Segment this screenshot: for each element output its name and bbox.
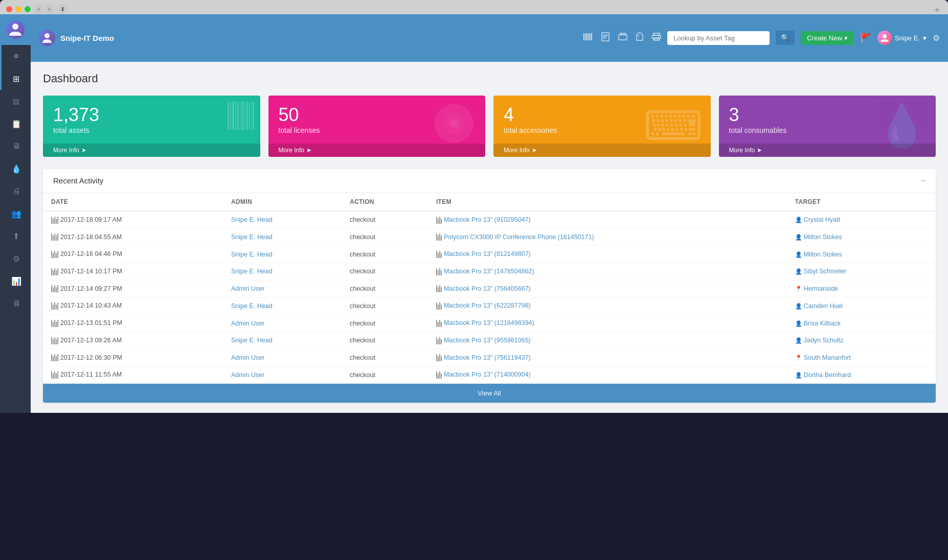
- item-link[interactable]: Macbook Pro 13" (955981065): [444, 337, 531, 344]
- item-link[interactable]: Macbook Pro 13" (622287798): [444, 302, 531, 309]
- target-link[interactable]: 👤Dortha Bernhard: [795, 371, 851, 379]
- target-link[interactable]: 📍South Marianfort: [795, 354, 851, 361]
- svg-rect-3: [585, 33, 585, 40]
- sidebar-item-accessories[interactable]: 🖥: [0, 135, 31, 157]
- cell-target[interactable]: 👤Sibyl Schmeler: [787, 263, 936, 281]
- target-link[interactable]: 👤Milton Stokes: [795, 234, 842, 241]
- cell-target[interactable]: 👤Camden Huel: [787, 297, 936, 315]
- admin-link[interactable]: Admin User: [231, 371, 264, 379]
- sidebar-item-settings[interactable]: ⚙: [0, 247, 31, 270]
- cell-item[interactable]: Macbook Pro 13" (955981065): [428, 332, 787, 349]
- cell-date: 2017-12-18 09:17 AM: [43, 211, 223, 228]
- cell-item[interactable]: Macbook Pro 13" (714000904): [428, 366, 787, 384]
- sidebar-item-dashboard[interactable]: ⊞: [0, 67, 31, 90]
- target-link[interactable]: 👤Crystal Hyatt: [795, 216, 841, 223]
- item-link[interactable]: Macbook Pro 13" (812149807): [444, 250, 531, 258]
- close-button[interactable]: [6, 6, 12, 12]
- download-button[interactable]: ⬇: [57, 4, 67, 14]
- sidebar-item-assets[interactable]: ▤: [0, 90, 31, 112]
- traffic-lights: [6, 6, 31, 12]
- target-link[interactable]: 👤Sibyl Schmeler: [795, 268, 846, 275]
- cell-admin[interactable]: Snipe E. Head: [223, 211, 342, 228]
- asset-tag-search-input[interactable]: [667, 31, 770, 45]
- printer-nav-icon[interactable]: [652, 33, 661, 43]
- item-link[interactable]: Macbook Pro 13" (756405667): [444, 285, 531, 292]
- sidebar-menu-button[interactable]: ≡: [0, 45, 31, 67]
- cell-item[interactable]: Macbook Pro 13" (1218498394): [428, 315, 787, 332]
- licenses-more-info[interactable]: More Info ➤: [268, 144, 486, 157]
- flag-icon[interactable]: 🚩: [860, 32, 871, 43]
- cell-admin[interactable]: Snipe E. Head: [223, 246, 342, 263]
- sidebar-item-upload[interactable]: ⬆: [0, 225, 31, 247]
- item-link[interactable]: Macbook Pro 13" (1478504862): [444, 268, 534, 275]
- cell-admin[interactable]: Snipe E. Head: [223, 297, 342, 315]
- cell-target[interactable]: 👤Milton Stokes: [787, 228, 936, 246]
- cell-target[interactable]: 👤Crystal Hyatt: [787, 211, 936, 228]
- cell-item[interactable]: Macbook Pro 13" (910295047): [428, 211, 787, 228]
- sidebar-item-printers[interactable]: 🖨: [0, 180, 31, 202]
- cell-item[interactable]: Macbook Pro 13" (756405667): [428, 280, 787, 297]
- cell-target[interactable]: 👤Dortha Bernhard: [787, 366, 936, 384]
- barcode-bg-icon: [228, 102, 254, 130]
- admin-link[interactable]: Snipe E. Head: [231, 216, 273, 223]
- cell-target[interactable]: 👤Brisa Kilback: [787, 315, 936, 332]
- admin-link[interactable]: Snipe E. Head: [231, 302, 273, 310]
- license-nav-icon[interactable]: [601, 32, 610, 43]
- cell-item[interactable]: Macbook Pro 13" (1478504862): [428, 263, 787, 281]
- target-link[interactable]: 📍Hermanside: [795, 285, 838, 292]
- cell-item[interactable]: Macbook Pro 13" (622287798): [428, 297, 787, 315]
- cell-admin[interactable]: Admin User: [223, 349, 342, 366]
- cell-target[interactable]: 📍South Marianfort: [787, 349, 936, 366]
- barcode-nav-icon[interactable]: [583, 32, 593, 43]
- admin-link[interactable]: Snipe E. Head: [231, 251, 273, 258]
- cell-target[interactable]: 📍Hermanside: [787, 280, 936, 297]
- item-link[interactable]: Macbook Pro 13" (714000904): [444, 371, 531, 378]
- sidebar-item-licenses[interactable]: 📋: [0, 112, 31, 135]
- consumables-nav-icon[interactable]: [636, 32, 644, 43]
- target-link[interactable]: 👤Brisa Kilback: [795, 320, 841, 327]
- sidebar-item-consumables[interactable]: 💧: [0, 157, 31, 180]
- item-link[interactable]: Macbook Pro 13" (910295047): [444, 216, 531, 223]
- admin-link[interactable]: Snipe E. Head: [231, 234, 273, 241]
- collapse-button[interactable]: −: [921, 176, 926, 185]
- assets-more-info[interactable]: More Info ➤: [43, 144, 260, 157]
- minimize-button[interactable]: [15, 6, 21, 12]
- sidebar-item-monitor[interactable]: 🖥: [0, 292, 31, 315]
- cell-target[interactable]: 👤Jadyn Schultz: [787, 332, 936, 349]
- forward-button[interactable]: ›: [45, 5, 53, 14]
- cell-admin[interactable]: Snipe E. Head: [223, 228, 342, 246]
- item-link[interactable]: Polycom CX3000 IP Conference Phone (1614…: [444, 234, 594, 241]
- cell-admin[interactable]: Snipe E. Head: [223, 332, 342, 349]
- admin-link[interactable]: Snipe E. Head: [231, 337, 273, 344]
- cell-admin[interactable]: Admin User: [223, 366, 342, 384]
- cell-admin[interactable]: Snipe E. Head: [223, 263, 342, 281]
- back-button[interactable]: ‹: [35, 5, 43, 14]
- item-link[interactable]: Macbook Pro 13" (756119437): [444, 354, 531, 361]
- sidebar-item-reports[interactable]: 📊: [0, 270, 31, 292]
- cell-target[interactable]: 👤Milton Stokes: [787, 246, 936, 263]
- item-link[interactable]: Macbook Pro 13" (1218498394): [444, 319, 534, 326]
- accessories-nav-icon[interactable]: [618, 32, 627, 43]
- admin-link[interactable]: Admin User: [231, 320, 264, 327]
- search-button[interactable]: 🔍: [776, 31, 795, 45]
- cell-item[interactable]: Polycom CX3000 IP Conference Phone (1614…: [428, 228, 787, 246]
- sidebar-item-people[interactable]: 👥: [0, 202, 31, 225]
- cell-item[interactable]: Macbook Pro 13" (812149807): [428, 246, 787, 263]
- admin-link[interactable]: Admin User: [231, 354, 264, 361]
- maximize-button[interactable]: [25, 6, 31, 12]
- user-menu[interactable]: Snipe E. ▾: [877, 31, 927, 45]
- target-link[interactable]: 👤Milton Stokes: [795, 251, 842, 258]
- cell-admin[interactable]: Admin User: [223, 315, 342, 332]
- create-new-button[interactable]: Create New ▾: [801, 31, 854, 45]
- admin-link[interactable]: Admin User: [231, 285, 264, 292]
- view-all-button[interactable]: View All: [43, 384, 936, 403]
- consumables-more-info[interactable]: More Info ➤: [719, 144, 936, 157]
- sidebar-logo[interactable]: [0, 14, 31, 45]
- target-link[interactable]: 👤Camden Huel: [795, 302, 843, 310]
- share-icon[interactable]: ⚙: [933, 33, 940, 43]
- cell-admin[interactable]: Admin User: [223, 280, 342, 297]
- admin-link[interactable]: Snipe E. Head: [231, 268, 273, 275]
- cell-item[interactable]: Macbook Pro 13" (756119437): [428, 349, 787, 366]
- accessories-more-info[interactable]: More Info ➤: [493, 144, 711, 157]
- target-link[interactable]: 👤Jadyn Schultz: [795, 337, 844, 344]
